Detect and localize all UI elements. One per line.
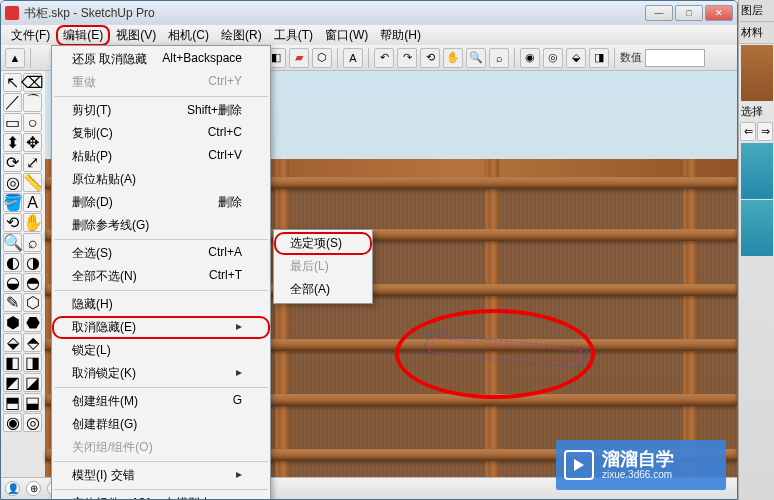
menu-close-group[interactable]: 关闭组/组件(O): [52, 436, 270, 459]
toolbar-icon[interactable]: ◎: [543, 48, 563, 68]
material-water2[interactable]: [741, 200, 773, 256]
menu-cut[interactable]: 剪切(T)Shift+删除: [52, 99, 270, 122]
menubar: 文件(F) 编辑(E) 视图(V) 相机(C) 绘图(R) 工具(T) 窗口(W…: [1, 25, 737, 45]
tool[interactable]: ⬢: [3, 313, 22, 332]
menu-edit[interactable]: 编辑(E): [56, 25, 110, 46]
orbit-icon[interactable]: ⟲: [420, 48, 440, 68]
submenu-last[interactable]: 最后(L): [274, 255, 372, 278]
arc-tool[interactable]: ⌒: [23, 93, 42, 112]
zoom-tool[interactable]: 🔍: [3, 233, 22, 252]
tool[interactable]: ⬡: [23, 293, 42, 312]
tool[interactable]: ⬒: [3, 393, 22, 412]
menu-select-all[interactable]: 全选(S)Ctrl+A: [52, 242, 270, 265]
menu-unlock[interactable]: 取消锁定(K)▸: [52, 362, 270, 385]
zoom-window-tool[interactable]: ⌕: [23, 233, 42, 252]
tool[interactable]: ◒: [3, 273, 22, 292]
tab-materials[interactable]: 材料: [739, 22, 774, 44]
orbit-tool[interactable]: ⟲: [3, 213, 22, 232]
menu-copy[interactable]: 复制(C)Ctrl+C: [52, 122, 270, 145]
tool[interactable]: ◎: [23, 413, 42, 432]
panel-icon[interactable]: ⇒: [757, 122, 773, 141]
minimize-button[interactable]: —: [645, 5, 673, 21]
menu-tools[interactable]: 工具(T): [268, 26, 319, 45]
rect-tool[interactable]: ▭: [3, 113, 22, 132]
menu-redo[interactable]: 重做Ctrl+Y: [52, 71, 270, 94]
menu-paste-in-place[interactable]: 原位粘贴(A): [52, 168, 270, 191]
menu-window[interactable]: 窗口(W): [319, 26, 374, 45]
scale-tool[interactable]: ⤢: [23, 153, 42, 172]
offset-tool[interactable]: ◎: [3, 173, 22, 192]
menu-delete-guides[interactable]: 删除参考线(G): [52, 214, 270, 237]
menu-make-component[interactable]: 创建组件(M)G: [52, 390, 270, 413]
maximize-button[interactable]: □: [675, 5, 703, 21]
tool[interactable]: ⬓: [23, 393, 42, 412]
eraser-tool[interactable]: ⌫: [23, 73, 42, 92]
select-tool[interactable]: ↖: [3, 73, 22, 92]
menu-draw[interactable]: 绘图(R): [215, 26, 268, 45]
circle-tool[interactable]: ○: [23, 113, 42, 132]
pushpull-tool[interactable]: ⬍: [3, 133, 22, 152]
menu-delete[interactable]: 删除(D)删除: [52, 191, 270, 214]
annotation-circle: [395, 309, 595, 399]
menu-camera[interactable]: 相机(C): [162, 26, 215, 45]
toolbar-icon[interactable]: ◨: [589, 48, 609, 68]
tool[interactable]: ⬙: [3, 333, 22, 352]
tool[interactable]: ⬘: [23, 333, 42, 352]
tool-palette: ↖⌫ ／⌒ ▭○ ⬍✥ ⟳⤢ ◎📏 🪣A ⟲✋ 🔍⌕ ◐◑ ◒◓ ✎⬡ ⬢⬣ ⬙…: [1, 71, 45, 477]
menu-unhide[interactable]: 取消隐藏(E)▸: [52, 316, 270, 339]
move-tool[interactable]: ✥: [23, 133, 42, 152]
arrow-icon[interactable]: ▲: [5, 48, 25, 68]
tool[interactable]: ◐: [3, 253, 22, 272]
pan-tool[interactable]: ✋: [23, 213, 42, 232]
menu-make-group[interactable]: 创建群组(G): [52, 413, 270, 436]
measure-input[interactable]: [645, 49, 705, 67]
close-button[interactable]: ✕: [705, 5, 733, 21]
text-tool[interactable]: A: [23, 193, 42, 212]
tool[interactable]: ◨: [23, 353, 42, 372]
menu-lock[interactable]: 锁定(L): [52, 339, 270, 362]
tab-layers[interactable]: 图层: [739, 0, 774, 22]
submenu-all[interactable]: 全部(A): [274, 278, 372, 301]
play-icon: [564, 450, 594, 480]
app-icon: [5, 6, 19, 20]
menu-intersect[interactable]: 模型(I) 交错▸: [52, 464, 270, 487]
menu-view[interactable]: 视图(V): [110, 26, 162, 45]
material-wood[interactable]: [741, 45, 773, 101]
toolbar-icon[interactable]: ⬙: [566, 48, 586, 68]
tool[interactable]: ✎: [3, 293, 22, 312]
menu-paste[interactable]: 粘贴(P)Ctrl+V: [52, 145, 270, 168]
zoom-icon[interactable]: 🔍: [466, 48, 486, 68]
rotate-tool[interactable]: ⟳: [3, 153, 22, 172]
menu-undo[interactable]: 还原 取消隐藏Alt+Backspace: [52, 48, 270, 71]
tool[interactable]: ◓: [23, 273, 42, 292]
menu-hide[interactable]: 隐藏(H): [52, 293, 270, 316]
toolbar-icon[interactable]: ⬡: [312, 48, 332, 68]
line-tool[interactable]: ／: [3, 93, 22, 112]
menu-entity-component[interactable]: 实体组件（131，在模型中▸: [52, 492, 270, 500]
tool[interactable]: ◪: [23, 373, 42, 392]
status-icon[interactable]: 👤: [5, 481, 20, 496]
undo-icon[interactable]: ↶: [374, 48, 394, 68]
toolbar-icon[interactable]: A: [343, 48, 363, 68]
submenu-selected[interactable]: 选定项(S): [274, 232, 372, 255]
tool[interactable]: ◧: [3, 353, 22, 372]
menu-help[interactable]: 帮助(H): [374, 26, 427, 45]
tool[interactable]: ◉: [3, 413, 22, 432]
redo-icon[interactable]: ↷: [397, 48, 417, 68]
chevron-right-icon: ▸: [236, 365, 242, 382]
menu-file[interactable]: 文件(F): [5, 26, 56, 45]
pan-icon[interactable]: ✋: [443, 48, 463, 68]
menu-deselect-all[interactable]: 全部不选(N)Ctrl+T: [52, 265, 270, 288]
tool[interactable]: ⬣: [23, 313, 42, 332]
tool[interactable]: ◑: [23, 253, 42, 272]
tool[interactable]: ◩: [3, 373, 22, 392]
panel-icon[interactable]: ⇐: [740, 122, 756, 141]
material-water1[interactable]: [741, 143, 773, 199]
tape-tool[interactable]: 📏: [23, 173, 42, 192]
measure-label: 数值: [620, 50, 642, 65]
toolbar-icon[interactable]: ▰: [289, 48, 309, 68]
toolbar-icon[interactable]: ◉: [520, 48, 540, 68]
geo-icon[interactable]: ⊕: [26, 481, 41, 496]
paint-tool[interactable]: 🪣: [3, 193, 22, 212]
zoom-extents-icon[interactable]: ⌕: [489, 48, 509, 68]
